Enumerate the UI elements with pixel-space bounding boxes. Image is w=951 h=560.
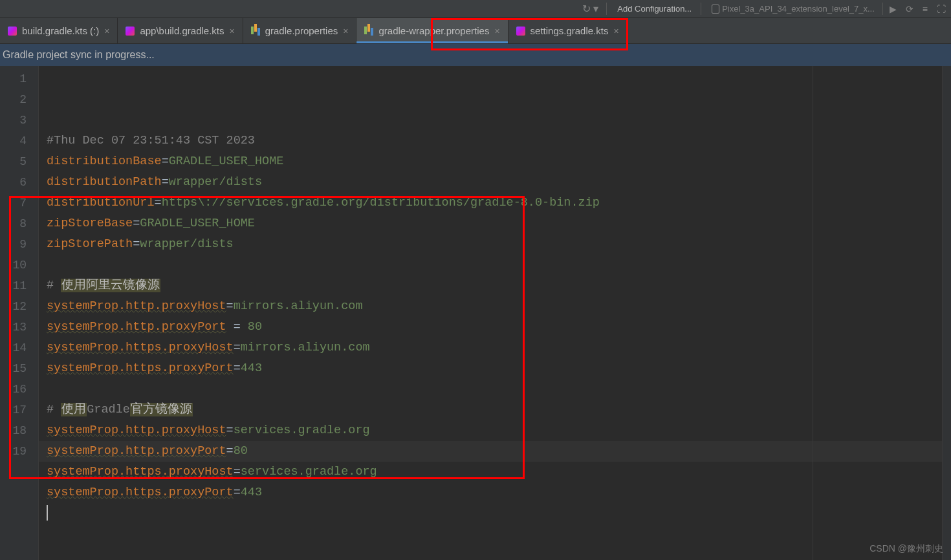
- run-icon[interactable]: ▶: [890, 4, 897, 14]
- code-line: [47, 255, 942, 275]
- line-number: 11: [0, 275, 27, 296]
- line-number: 7: [0, 193, 27, 213]
- line-gutter: 12345678910111213141516171819: [0, 66, 39, 560]
- code-line: systemProp.http.proxyHost=mirrors.aliyun…: [47, 296, 942, 317]
- device-icon: [712, 5, 719, 14]
- line-number: 17: [0, 400, 27, 420]
- code-line: # 使用Gradle官方镜像源: [47, 400, 942, 420]
- code-area[interactable]: #Thu Dec 07 23:51:43 CST 2023distributio…: [39, 66, 942, 560]
- stop-icon[interactable]: ⛶: [937, 4, 946, 14]
- code-line: distributionUrl=https\://services.gradle…: [47, 193, 942, 213]
- device-label: Pixel_3a_API_34_extension_level_7_x...: [722, 4, 875, 14]
- close-icon[interactable]: ×: [613, 26, 618, 36]
- line-number: 5: [0, 151, 27, 172]
- line-number: 19: [0, 441, 27, 462]
- code-line: distributionBase=GRADLE_USER_HOME: [47, 151, 942, 172]
- code-editor[interactable]: 12345678910111213141516171819 #Thu Dec 0…: [0, 66, 951, 560]
- code-line: systemProp.http.proxyPort=80: [47, 441, 942, 462]
- line-number: 16: [0, 379, 27, 400]
- line-number: 13: [0, 317, 27, 338]
- code-line: #Thu Dec 07 23:51:43 CST 2023: [47, 131, 942, 151]
- watermark: CSDN @豫州刺史: [869, 543, 943, 555]
- close-icon[interactable]: ×: [104, 26, 109, 36]
- line-number: 12: [0, 296, 27, 317]
- code-line: systemProp.https.proxyPort=443: [47, 482, 942, 503]
- line-number: 10: [0, 255, 27, 275]
- tab-label: gradle-wrapper.properties: [378, 25, 489, 36]
- code-line: # 使用阿里云镜像源: [47, 275, 942, 296]
- line-number: 2: [0, 89, 27, 110]
- tab-settings-gradle-kts[interactable]: settings.gradle.kts×: [508, 18, 628, 43]
- sync-progress-bar: Gradle project sync in progress...: [0, 44, 951, 66]
- close-icon[interactable]: ×: [494, 26, 499, 36]
- sync-message: Gradle project sync in progress...: [3, 49, 155, 61]
- code-line: systemProp.http.proxyHost=services.gradl…: [47, 420, 942, 441]
- scrollbar-strip[interactable]: [942, 66, 951, 560]
- line-number: 6: [0, 172, 27, 193]
- code-line: [47, 503, 942, 524]
- props-file-icon: [364, 25, 373, 36]
- tab-gradle-wrapper-properties[interactable]: gradle-wrapper.properties×: [356, 18, 508, 43]
- main-toolbar: ↻ ▾ Add Configuration... Pixel_3a_API_34…: [0, 0, 951, 18]
- sync-icon[interactable]: ↻ ▾: [582, 3, 607, 15]
- line-number: 15: [0, 358, 27, 379]
- code-line: [47, 379, 942, 400]
- line-number: 1: [0, 69, 27, 89]
- device-selector[interactable]: Pixel_3a_API_34_extension_level_7_x...: [708, 3, 883, 15]
- kts-file-icon: [126, 27, 135, 36]
- close-icon[interactable]: ×: [343, 26, 348, 36]
- code-line: systemProp.https.proxyPort=443: [47, 358, 942, 379]
- tab-label: settings.gradle.kts: [530, 25, 609, 36]
- code-line: zipStorePath=wrapper/dists: [47, 234, 942, 255]
- profile-icon[interactable]: ≡: [923, 4, 928, 14]
- tab-label: app\build.gradle.kts: [140, 25, 224, 36]
- close-icon[interactable]: ×: [230, 26, 235, 36]
- tab-label: gradle.properties: [265, 25, 338, 36]
- kts-file-icon: [8, 27, 17, 36]
- tab-build-gradle-kts----[interactable]: build.gradle.kts (:)×: [0, 18, 118, 43]
- code-line: zipStoreBase=GRADLE_USER_HOME: [47, 213, 942, 234]
- line-number: 3: [0, 110, 27, 131]
- props-file-icon: [251, 25, 260, 36]
- tab-app-build-gradle-kts[interactable]: app\build.gradle.kts×: [118, 18, 243, 43]
- code-line: systemProp.https.proxyHost=mirrors.aliyu…: [47, 338, 942, 358]
- line-number: 14: [0, 338, 27, 358]
- kts-file-icon: [516, 27, 525, 36]
- line-number: 8: [0, 213, 27, 234]
- tab-label: build.gradle.kts (:): [22, 25, 99, 36]
- debug-icon[interactable]: ⟳: [906, 4, 913, 14]
- line-number: 4: [0, 131, 27, 151]
- line-number: 9: [0, 234, 27, 255]
- code-line: systemProp.https.proxyHost=services.grad…: [47, 462, 942, 482]
- add-configuration-button[interactable]: Add Configuration...: [613, 3, 701, 15]
- line-number: 18: [0, 420, 27, 441]
- code-line: distributionPath=wrapper/dists: [47, 172, 942, 193]
- editor-tabs: build.gradle.kts (:)×app\build.gradle.kt…: [0, 18, 951, 44]
- code-line: systemProp.http.proxyPort = 80: [47, 317, 942, 338]
- tab-gradle-properties[interactable]: gradle.properties×: [243, 18, 357, 43]
